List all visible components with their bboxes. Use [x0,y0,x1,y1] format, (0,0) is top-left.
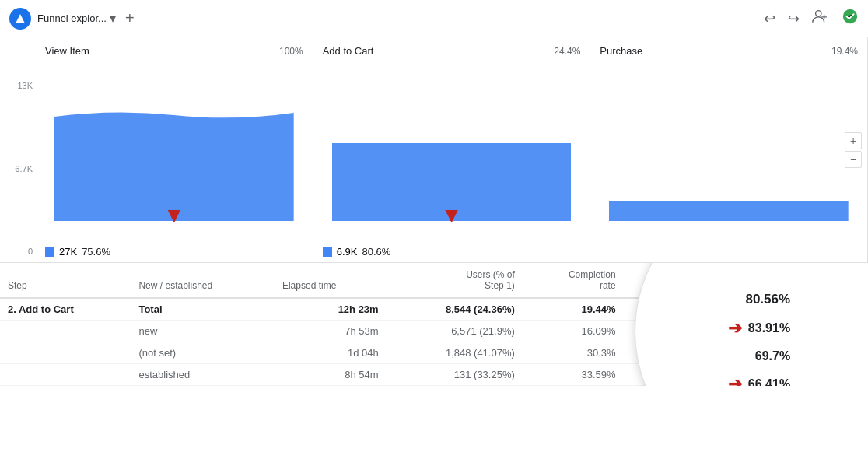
col-label-purchase: Purchase [600,45,642,57]
th-step: Step [0,263,131,298]
tab-chevron-icon[interactable]: ▾ [110,11,116,26]
drop-info-1: 27K 75.6% [45,246,303,258]
cell-elapsed-new: 7h 53m [275,321,387,342]
cell-users-notset: 1,848 (41.07%) [387,342,523,364]
callout-pct-notset: 69.7% [755,349,790,363]
svg-point-0 [816,11,821,16]
cell-users-new: 6,571 (21.9%) [387,321,523,342]
callout-pct-new: 83.91% [748,321,790,335]
col-header-add-to-cart: Add to Cart 24.4% [313,37,590,65]
cell-segment-established: established [131,364,274,386]
col-pct-add-to-cart: 24.4% [554,46,580,57]
cell-segment-total: Total [131,298,274,321]
drop-pct-1: 75.6% [82,246,110,258]
cell-completion-established: 33.59% [523,364,624,386]
cell-completion-total: 19.44% [523,298,624,321]
col-label-view-item: View Item [45,45,89,57]
bar-container-purchase [590,65,867,262]
drop-value-2: 6.9K [337,246,358,258]
callout-circle: 80.56% ➔ 83.91% 69.7% ➔ 66.41% [635,263,868,386]
cell-step-notset [0,342,131,364]
funnel-columns: View Item 100% ▼ 27K 75.6% [36,37,868,262]
cell-completion-new: 16.09% [523,321,624,342]
drop-box-1 [45,247,54,257]
zoom-in-button[interactable]: + [845,132,862,149]
check-icon[interactable] [842,8,859,29]
col-label-add-to-cart: Add to Cart [323,45,374,57]
th-users: Users (% ofStep 1) [387,263,523,298]
drop-value-1: 27K [59,246,77,258]
add-user-icon[interactable] [812,8,829,29]
cell-segment-notset: (not set) [131,342,274,364]
callout-pct-total: 80.56% [745,292,790,307]
y-axis: 13K 6.7K 0 [0,37,36,262]
zoom-out-button[interactable]: − [845,151,862,168]
cell-elapsed-established: 8h 54m [275,364,387,386]
col-pct-view-item: 100% [279,46,303,57]
col-header-purchase: Purchase 19.4% [590,37,867,65]
cell-segment-new: new [131,321,274,342]
tab-title: Funnel explor... [37,12,107,24]
callout-row-established: ➔ 66.41% [728,374,790,386]
cell-step: 2. Add to Cart [0,298,131,321]
y-axis-bot: 0 [28,247,33,256]
bar-container-view-item: ▼ 27K 75.6% [36,65,313,262]
drop-pct-2: 80.6% [362,246,390,258]
th-segment: New / established [131,263,274,298]
callout-row-new: ➔ 83.91% [728,318,790,338]
col-header-view-item: View Item 100% [36,37,313,65]
cell-users-established: 131 (33.25%) [387,364,523,386]
undo-icon[interactable]: ↩ [764,10,775,27]
callout-arrow-new: ➔ [728,318,742,338]
th-elapsed: Elapsed time [275,263,387,298]
funnel-col-add-to-cart: Add to Cart 24.4% ▼ 6.9K 80.6% [313,37,591,262]
drop-info-2: 6.9K 80.6% [323,246,581,258]
cell-users-total: 8,544 (24.36%) [387,298,523,321]
redo-icon[interactable]: ↪ [788,10,800,27]
tab-bar: Funnel explor... ▾ + ↩ ↪ [0,0,868,37]
chart-area: 13K 6.7K 0 View Item 100% ▼ [0,37,868,263]
zoom-controls: + − [845,132,862,168]
cell-elapsed-notset: 1d 04h [275,342,387,364]
callout-arrow-established: ➔ [728,374,742,386]
svg-rect-3 [609,201,849,221]
app-logo [9,8,31,30]
header-actions: ↩ ↪ [764,8,859,29]
bar-container-add-to-cart: ▼ 6.9K 80.6% [313,65,590,262]
y-axis-top: 13K [17,81,33,90]
drop-arrow-2: ▼ [441,203,463,228]
y-axis-mid: 6.7K [15,164,33,173]
col-pct-purchase: 19.4% [831,46,858,57]
cell-step-established [0,364,131,386]
drop-arrow-1: ▼ [163,203,185,228]
add-tab-button[interactable]: + [125,9,135,27]
funnel-col-purchase: Purchase 19.4% [590,37,868,262]
table-container: Step New / established Elapsed time User… [0,263,868,386]
funnel-col-view-item: View Item 100% ▼ 27K 75.6% [36,37,313,262]
cell-elapsed-total: 12h 23m [275,298,387,321]
cell-completion-notset: 30.3% [523,342,624,364]
drop-box-2 [323,247,332,257]
th-completion: Completionrate [523,263,624,298]
cell-step-new [0,321,131,342]
callout-pct-established: 66.41% [748,377,790,386]
